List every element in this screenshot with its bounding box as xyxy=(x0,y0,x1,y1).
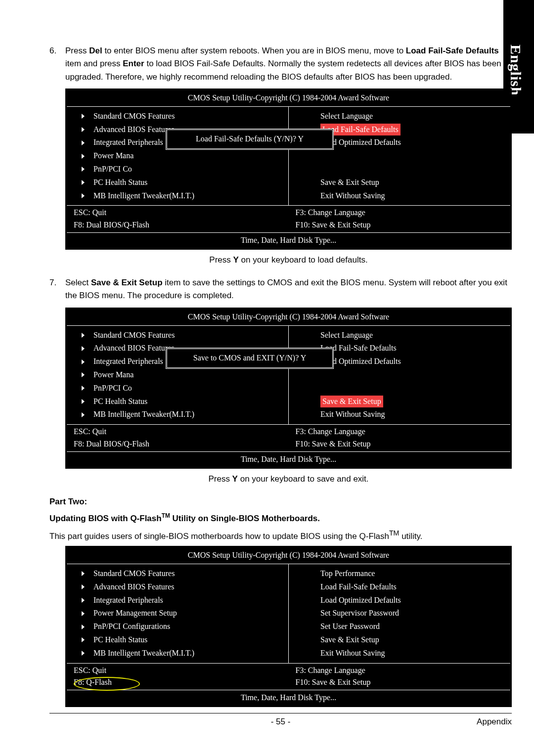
bios-menu-item[interactable]: PnP/PCI Co xyxy=(67,163,288,176)
bios-menu-item[interactable]: MB Intelligent Tweaker(M.I.T.) xyxy=(67,408,288,421)
bios-menu-columns: Standard CMOS Features Advanced BIOS Fea… xyxy=(67,326,510,425)
part-two-body: This part guides users of single-BIOS mo… xyxy=(49,528,512,543)
bios-help-bar: ESC: Quit F8: Dual BIOS/Q-Flash F3: Chan… xyxy=(67,424,510,451)
bios-menu-item-blank xyxy=(289,149,510,163)
step-text: Press Del to enter BIOS menu after syste… xyxy=(65,44,512,84)
bios-right-column: Top Performance Load Fail-Safe Defaults … xyxy=(289,564,510,663)
bios-menu-item[interactable]: Save & Exit Setup xyxy=(289,633,510,647)
menu-arrow-icon xyxy=(82,412,85,417)
menu-arrow-icon xyxy=(82,584,85,589)
bios-menu-item[interactable]: Select Language xyxy=(289,329,510,342)
menu-arrow-icon xyxy=(82,611,85,616)
bios-key-hint: F8: Q-Flash xyxy=(74,676,282,689)
bios-menu-item[interactable]: Standard CMOS Features xyxy=(67,110,288,123)
menu-arrow-icon xyxy=(82,193,85,198)
bios-key-hint: F3: Change Language xyxy=(296,665,504,677)
bios-menu-item[interactable]: MB Intelligent Tweaker(M.I.T.) xyxy=(67,189,288,203)
bios-menu-columns: Standard CMOS Features Advanced BIOS Fea… xyxy=(67,564,510,663)
bios-key-hint: F8: Dual BIOS/Q-Flash xyxy=(74,438,282,450)
instruction-list: 6. Press Del to enter BIOS menu after sy… xyxy=(49,44,512,84)
bios-menu-item[interactable]: Advanced BIOS Features xyxy=(67,580,288,594)
bios-help-bar: ESC: Quit F8: Dual BIOS/Q-Flash F3: Chan… xyxy=(67,205,510,232)
bios-menu-item[interactable]: PnP/PCI Co xyxy=(67,382,288,395)
bios-menu-item[interactable]: Standard CMOS Features xyxy=(67,567,288,580)
bios-prompt-dialog[interactable]: Load Fail-Safe Defaults (Y/N)? Y xyxy=(166,129,334,150)
caption-1: Press Y on your keyboard to load default… xyxy=(65,254,512,267)
bios-left-column: Standard CMOS Features Advanced BIOS Fea… xyxy=(67,326,289,425)
menu-arrow-icon xyxy=(82,167,85,172)
bios-menu-item[interactable]: Select Language xyxy=(289,110,510,123)
menu-arrow-icon xyxy=(82,127,85,132)
bios-title: CMOS Setup Utility-Copyright (C) 1984-20… xyxy=(67,90,510,107)
bios-menu-item[interactable]: Set User Password xyxy=(289,620,510,633)
caption-2: Press Y on your keyboard to save and exi… xyxy=(65,473,512,486)
bios-screenshot-1: CMOS Setup Utility-Copyright (C) 1984-20… xyxy=(65,89,512,250)
menu-arrow-icon xyxy=(82,114,85,119)
bios-menu-item[interactable]: PnP/PCI Configurations xyxy=(67,620,288,633)
menu-arrow-icon xyxy=(82,346,85,351)
bios-menu-item[interactable]: Power Mana xyxy=(67,149,288,163)
bios-menu-item[interactable]: Top Performance xyxy=(289,567,510,580)
bios-key-hint: ESC: Quit xyxy=(74,207,282,219)
bios-menu-item[interactable]: Exit Without Saving xyxy=(289,408,510,421)
bios-menu-item[interactable]: Load Optimized Defaults xyxy=(289,594,510,607)
menu-arrow-icon xyxy=(82,333,85,338)
bios-key-hint: ESC: Quit xyxy=(74,665,282,677)
bios-menu-item[interactable]: Load Fail-Safe Defaults xyxy=(289,580,510,594)
bios-key-hint: F10: Save & Exit Setup xyxy=(296,676,504,689)
bios-key-hint: F10: Save & Exit Setup xyxy=(296,438,504,450)
bios-menu-item-selected[interactable]: Save & Exit Setup xyxy=(320,396,383,408)
bios-key-hint: F3: Change Language xyxy=(296,207,504,219)
menu-arrow-icon xyxy=(82,637,85,642)
bios-menu-item[interactable]: PC Health Status xyxy=(67,176,288,189)
bios-help-bar: ESC: Quit F8: Q-Flash F3: Change Languag… xyxy=(67,663,510,690)
step-6: 6. Press Del to enter BIOS menu after sy… xyxy=(49,44,512,84)
bios-menu-item[interactable]: Set Supervisor Password xyxy=(289,607,510,620)
bios-key-hint: F8: Dual BIOS/Q-Flash xyxy=(74,219,282,231)
step-text: Select Save & Exit Setup item to save th… xyxy=(65,276,512,303)
bios-status-line: Time, Date, Hard Disk Type... xyxy=(67,451,510,467)
bios-menu-columns: Standard CMOS Features Advanced BIOS Fea… xyxy=(67,107,510,206)
bios-menu-item-blank xyxy=(289,163,510,176)
bios-status-line: Time, Date, Hard Disk Type... xyxy=(67,690,510,706)
bios-menu-item[interactable]: Integrated Peripherals xyxy=(67,594,288,607)
menu-arrow-icon xyxy=(82,154,85,159)
bios-prompt-dialog[interactable]: Save to CMOS and EXIT (Y/N)? Y xyxy=(166,348,334,369)
page-number: - 55 - xyxy=(49,715,512,728)
bios-key-hint: ESC: Quit xyxy=(74,426,282,438)
document-page: English 6. Press Del to enter BIOS menu … xyxy=(0,0,534,756)
page-footer: - 55 - Appendix xyxy=(49,713,512,728)
step-number: 6. xyxy=(49,44,65,84)
bios-menu-item-blank xyxy=(289,382,510,395)
bios-menu-item[interactable]: Exit Without Saving xyxy=(289,647,510,660)
bios-title: CMOS Setup Utility-Copyright (C) 1984-20… xyxy=(67,309,510,326)
bios-title: CMOS Setup Utility-Copyright (C) 1984-20… xyxy=(67,547,510,564)
bios-menu-item[interactable]: Power Management Setup xyxy=(67,607,288,620)
menu-arrow-icon xyxy=(82,399,85,404)
menu-arrow-icon xyxy=(82,571,85,576)
bios-right-column: Select Language Load Fail-Safe Defaults … xyxy=(289,107,510,206)
part-two-header: Part Two: xyxy=(49,495,512,508)
bios-menu-item[interactable]: MB Intelligent Tweaker(M.I.T.) xyxy=(67,647,288,660)
bios-menu-item[interactable]: Save & Exit Setup xyxy=(289,176,510,189)
bios-menu-item[interactable]: Standard CMOS Features xyxy=(67,329,288,342)
bios-right-column: Select Language Load Fail-Safe Defaults … xyxy=(289,326,510,425)
bios-menu-item[interactable]: Power Mana xyxy=(67,368,288,382)
menu-arrow-icon xyxy=(82,359,85,364)
bios-left-column: Standard CMOS Features Advanced BIOS Fea… xyxy=(67,107,289,206)
menu-arrow-icon xyxy=(82,624,85,629)
bios-menu-item-blank xyxy=(289,368,510,382)
bios-screenshot-3: CMOS Setup Utility-Copyright (C) 1984-20… xyxy=(65,546,512,707)
bios-menu-item[interactable]: PC Health Status xyxy=(67,633,288,647)
bios-menu-item[interactable]: PC Health Status xyxy=(67,395,288,408)
bios-menu-item[interactable]: Exit Without Saving xyxy=(289,189,510,203)
bios-left-column: Standard CMOS Features Advanced BIOS Fea… xyxy=(67,564,289,663)
menu-arrow-icon xyxy=(82,598,85,603)
step-7: 7. Select Save & Exit Setup item to save… xyxy=(49,276,512,303)
menu-arrow-icon xyxy=(82,386,85,391)
menu-arrow-icon xyxy=(82,180,85,185)
part-two-section: Part Two: Updating BIOS with Q-FlashTM U… xyxy=(49,495,512,543)
part-two-subheader: Updating BIOS with Q-FlashTM Utility on … xyxy=(49,511,512,525)
menu-arrow-icon xyxy=(82,651,85,656)
bios-key-hint: F10: Save & Exit Setup xyxy=(296,219,504,231)
